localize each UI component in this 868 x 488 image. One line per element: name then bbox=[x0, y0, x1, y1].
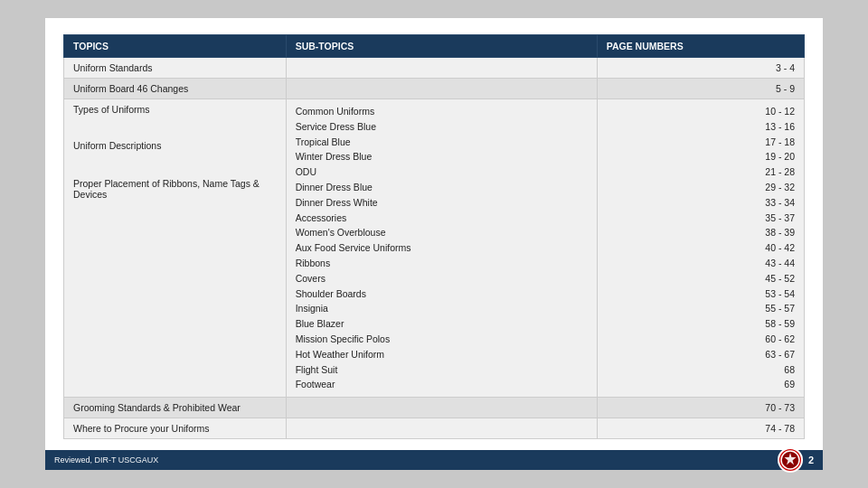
subtopics-cell bbox=[286, 398, 597, 418]
page-container: TOPICS SUB-TOPICS PAGE NUMBERS Uniform S… bbox=[0, 0, 868, 488]
slide: TOPICS SUB-TOPICS PAGE NUMBERS Uniform S… bbox=[45, 18, 823, 470]
pages-cell: 3 - 4 bbox=[597, 58, 804, 79]
subtopics-cell bbox=[286, 58, 597, 79]
pages-cell: 74 - 78 bbox=[597, 418, 804, 439]
footer-reviewed: Reviewed, DIR-T USCGAUX bbox=[54, 455, 158, 465]
page-number: 2 bbox=[808, 455, 814, 465]
coast-guard-emblem bbox=[778, 447, 803, 473]
topic-types: Types of Uniforms bbox=[73, 104, 277, 115]
topic-label: Uniform Standards bbox=[73, 62, 153, 73]
table-row: Where to Procure your Uniforms 74 - 78 bbox=[64, 418, 805, 439]
table-row: Uniform Standards 3 - 4 bbox=[64, 58, 805, 79]
pages-cell: 5 - 9 bbox=[597, 79, 804, 99]
subtopics-cell-big: Common Uniforms Service Dress Blue Tropi… bbox=[286, 99, 597, 398]
header-subtopics: SUB-TOPICS bbox=[286, 35, 597, 58]
table-wrapper: TOPICS SUB-TOPICS PAGE NUMBERS Uniform S… bbox=[63, 34, 805, 443]
header-pages: PAGE NUMBERS bbox=[597, 35, 804, 58]
topic-placement: Proper Placement of Ribbons, Name Tags &… bbox=[73, 178, 277, 200]
table-row: Grooming Standards & Prohibited Wear 70 … bbox=[64, 398, 805, 418]
topic-descriptions: Uniform Descriptions bbox=[73, 140, 277, 151]
topic-label: Grooming Standards & Prohibited Wear bbox=[73, 402, 241, 413]
footer-bar: Reviewed, DIR-T USCGAUX 2 bbox=[45, 450, 823, 470]
main-table: TOPICS SUB-TOPICS PAGE NUMBERS Uniform S… bbox=[63, 34, 805, 439]
topic-label: Where to Procure your Uniforms bbox=[73, 423, 210, 434]
topic-cell: Uniform Board 46 Changes bbox=[64, 79, 287, 99]
table-row-big: Types of Uniforms Uniform Descriptions P… bbox=[64, 99, 805, 398]
pages-list: 10 - 12 13 - 16 17 - 18 19 - 20 21 - 28 … bbox=[607, 104, 795, 392]
topic-cell: Grooming Standards & Prohibited Wear bbox=[64, 398, 287, 418]
pages-cell: 70 - 73 bbox=[597, 398, 804, 418]
emblem-icon bbox=[780, 450, 800, 470]
table-row: Uniform Board 46 Changes 5 - 9 bbox=[64, 79, 805, 99]
header-topics: TOPICS bbox=[64, 35, 287, 58]
pages-cell-big: 10 - 12 13 - 16 17 - 18 19 - 20 21 - 28 … bbox=[597, 99, 804, 398]
subtopics-cell bbox=[286, 418, 597, 439]
topic-cell: Uniform Standards bbox=[64, 58, 287, 79]
subtopics-cell bbox=[286, 79, 597, 99]
footer-right: 2 bbox=[778, 447, 814, 473]
subtopics-list: Common Uniforms Service Dress Blue Tropi… bbox=[296, 104, 588, 392]
topic-cell-big: Types of Uniforms Uniform Descriptions P… bbox=[64, 99, 287, 398]
topic-label: Uniform Board 46 Changes bbox=[73, 83, 188, 94]
topic-cell: Where to Procure your Uniforms bbox=[64, 418, 287, 439]
